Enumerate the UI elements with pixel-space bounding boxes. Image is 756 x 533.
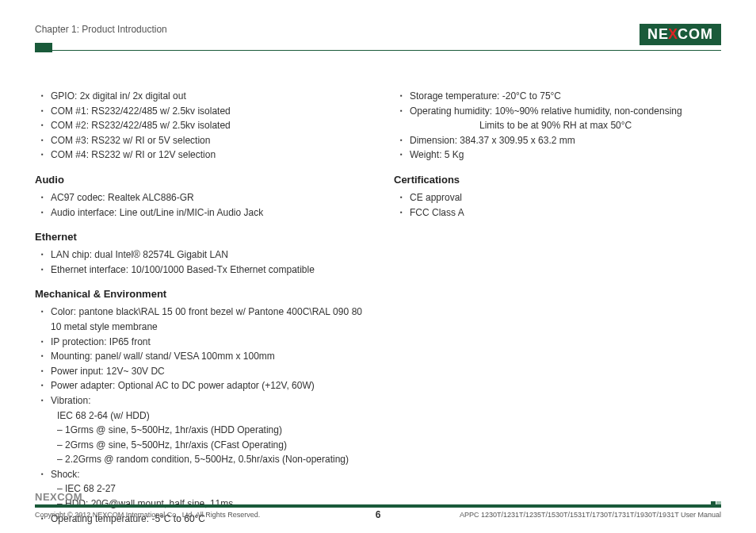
list-item: COM #4: RS232 w/ RI or 12V selection [41,148,362,163]
io-list: GPIO: 2x digital in/ 2x digital out COM … [35,89,362,163]
list-item: Power input: 12V~ 30V DC [41,364,362,379]
list-item: Color: pantone black\RAL 15 00 front bez… [41,305,362,334]
logo-text-post: COM [678,26,713,43]
page-header: Chapter 1: Product Introduction NEXCOM [35,24,721,45]
ethernet-list: LAN chip: dual Intel® 82574L Gigabit LAN… [35,247,362,277]
humidity-sub: Limits to be at 90% RH at max 50°C [410,118,721,133]
content-columns: GPIO: 2x digital in/ 2x digital out COM … [35,89,721,532]
list-item: CE approval [400,190,721,205]
brand-logo: NEXCOM [640,24,721,45]
vibration-label: Vibration: [51,395,90,406]
ethernet-heading: Ethernet [35,231,362,243]
cert-heading: Certifications [394,174,721,186]
list-item: Power adapter: Optional AC to DC power a… [41,378,362,393]
list-item-humidity: Operating humidity: 10%~90% relative hum… [400,104,721,133]
list-item: Audio interface: Line out/Line in/MIC-in… [41,205,362,220]
humidity-text: Operating humidity: 10%~90% relative hum… [410,105,682,117]
vibration-line: – 2.2Grms @ random condition, 5~500Hz, 0… [51,452,362,467]
footer-rule [35,504,721,508]
list-item: COM #2: RS232/422/485 w/ 2.5kv isolated [41,118,362,133]
list-item: LAN chip: dual Intel® 82574L Gigabit LAN [41,247,362,263]
page-footer: NEXCOM Copyright © 2012 NEXCOM Internati… [35,491,721,519]
mechanical-heading: Mechanical & Environment [35,288,362,300]
header-rule [35,50,721,51]
list-item: FCC Class A [400,205,721,220]
list-item-vibration: Vibration: IEC 68 2-64 (w/ HDD) – 1Grms … [41,393,362,467]
footer-row: Copyright © 2012 NEXCOM International Co… [35,511,721,519]
page-number: 6 [35,509,721,520]
list-item: Dimension: 384.37 x 309.95 x 63.2 mm [400,133,721,148]
logo-text-pre: NE [647,26,669,43]
vibration-line: – 2Grms @ sine, 5~500Hz, 1hr/axis (CFast… [51,438,362,453]
list-item: Ethernet interface: 10/100/1000 Based-Tx… [41,263,362,278]
vibration-standard: IEC 68 2-64 (w/ HDD) [51,408,362,424]
list-item: COM #3: RS232 w/ RI or 5V selection [41,133,362,148]
list-item: COM #1: RS232/422/485 w/ 2.5kv isolated [41,104,362,119]
list-item: GPIO: 2x digital in/ 2x digital out [41,89,362,104]
section-tab-icon [35,43,52,52]
cert-list: CE approval FCC Class A [394,190,721,220]
chapter-title: Chapter 1: Product Introduction [35,24,167,35]
left-column: GPIO: 2x digital in/ 2x digital out COM … [35,89,362,532]
list-item: Storage temperature: -20°C to 75°C [400,89,721,104]
shock-label: Shock: [51,469,80,480]
footer-logo: NEXCOM [35,491,721,503]
env-list: Storage temperature: -20°C to 75°C Opera… [394,89,721,163]
list-item: IP protection: IP65 front [41,335,362,350]
audio-list: AC97 codec: Realtek ALC886-GR Audio inte… [35,190,362,220]
list-item: Mounting: panel/ wall/ stand/ VESA 100mm… [41,349,362,364]
vibration-line: – 1Grms @ sine, 5~500Hz, 1hr/axis (HDD O… [51,423,362,438]
right-column: Storage temperature: -20°C to 75°C Opera… [394,89,721,532]
list-item: AC97 codec: Realtek ALC886-GR [41,190,362,205]
audio-heading: Audio [35,174,362,186]
list-item: Weight: 5 Kg [400,148,721,163]
